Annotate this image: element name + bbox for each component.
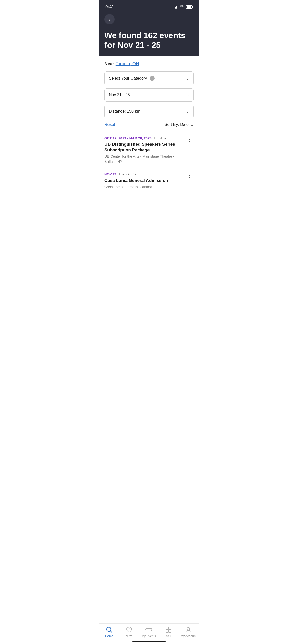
sort-row: Reset Sort By: Date ⌄: [104, 122, 194, 127]
reset-button[interactable]: Reset: [104, 122, 115, 127]
more-options-button[interactable]: ⋮: [186, 136, 194, 142]
status-icons: [174, 5, 193, 9]
category-dropdown[interactable]: Select Your Category ⌄: [104, 71, 194, 85]
chevron-down-icon: ⌄: [186, 109, 189, 114]
sort-label: Sort By: Date: [165, 122, 189, 127]
sort-chevron-icon: ⌄: [190, 122, 194, 127]
chevron-down-icon: ⌄: [186, 93, 189, 97]
chevron-down-icon: ⌄: [186, 76, 189, 81]
wifi-icon: [180, 5, 184, 9]
status-bar: 9:41: [99, 0, 199, 12]
event-title: Casa Loma General Admission: [104, 178, 183, 183]
table-row[interactable]: OCT 19, 2023 - MAR 26, 2024 Thu-Tue UB D…: [104, 132, 194, 168]
location-link[interactable]: Toronto, ON: [116, 61, 139, 66]
distance-label: Distance: 150 km: [109, 109, 140, 114]
near-row: Near Toronto, ON: [104, 61, 194, 66]
battery-icon: [186, 5, 193, 9]
more-options-button[interactable]: ⋮: [186, 172, 194, 179]
back-button[interactable]: ‹: [104, 14, 115, 24]
event-date: OCT 19, 2023 - MAR 26, 2024 Thu-Tue: [104, 136, 183, 140]
event-date: NOV 21 Tue • 9:30am: [104, 172, 183, 176]
page-title: We found 162 events for Nov 21 - 25: [104, 31, 194, 50]
events-list: OCT 19, 2023 - MAR 26, 2024 Thu-Tue UB D…: [99, 132, 199, 194]
event-venue: Casa Loma - Toronto, Canada: [104, 185, 183, 190]
category-label: Select Your Category: [109, 76, 147, 81]
date-range-label: Nov 21 - 25: [109, 93, 130, 97]
event-info: OCT 19, 2023 - MAR 26, 2024 Thu-Tue UB D…: [104, 136, 186, 164]
table-row[interactable]: NOV 21 Tue • 9:30am Casa Loma General Ad…: [104, 168, 194, 194]
event-title: UB Distinguished Speakers Series Subscri…: [104, 142, 183, 153]
category-dot-icon: [150, 76, 155, 81]
back-chevron-icon: ‹: [109, 17, 110, 22]
header: ‹ We found 162 events for Nov 21 - 25: [99, 12, 199, 56]
status-time: 9:41: [105, 4, 114, 9]
distance-dropdown[interactable]: Distance: 150 km ⌄: [104, 105, 194, 118]
near-label: Near: [104, 61, 114, 66]
date-range-dropdown[interactable]: Nov 21 - 25 ⌄: [104, 88, 194, 102]
sort-by-dropdown[interactable]: Sort By: Date ⌄: [165, 122, 194, 127]
content-area: Near Toronto, ON Select Your Category ⌄ …: [99, 56, 199, 127]
signal-icon: [174, 5, 178, 9]
event-venue: UB Center for the Arts - Mainstage Theat…: [104, 154, 183, 164]
event-info: NOV 21 Tue • 9:30am Casa Loma General Ad…: [104, 172, 186, 190]
